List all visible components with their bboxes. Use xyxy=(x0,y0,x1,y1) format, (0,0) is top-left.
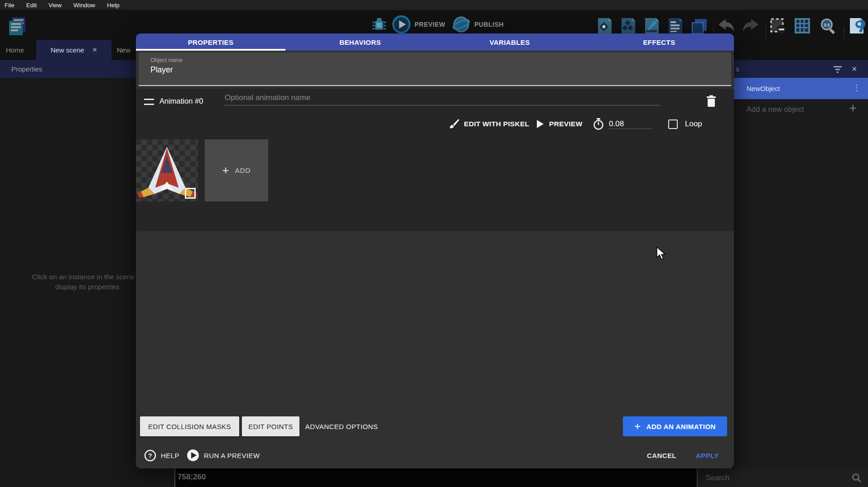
tab-behaviors[interactable]: BEHAVIORS xyxy=(285,33,435,51)
cancel-button[interactable]: CANCEL xyxy=(647,446,676,464)
brush-icon xyxy=(448,118,459,130)
debug-icon[interactable] xyxy=(371,16,388,33)
events-sheet-icon[interactable] xyxy=(667,17,684,34)
play-icon xyxy=(535,119,545,129)
edit-with-piskel-button[interactable]: EDIT WITH PISKEL xyxy=(448,115,529,133)
plus-icon: + xyxy=(222,163,230,177)
add-an-animation-button[interactable]: + ADD AN ANIMATION xyxy=(623,416,727,436)
add-object-plus-icon: + xyxy=(849,100,857,116)
animation-name-input[interactable] xyxy=(225,93,660,105)
edit-collision-masks-button[interactable]: EDIT COLLISION MASKS xyxy=(140,416,239,436)
status-bar: 758;260 xyxy=(174,468,868,487)
active-tab-underline xyxy=(136,49,285,51)
plus-icon: + xyxy=(634,420,641,433)
preview-label: PREVIEW xyxy=(415,21,445,28)
object-name-field[interactable]: Object name xyxy=(139,53,731,86)
object-name-label: Object name xyxy=(150,57,731,63)
help-button[interactable]: ? HELP xyxy=(144,446,179,464)
time-between-frames-input[interactable] xyxy=(609,119,652,129)
statusbar-separator xyxy=(174,468,175,487)
add-object-icon[interactable] xyxy=(596,17,613,34)
svg-text:?: ? xyxy=(148,452,152,459)
objects-panel: s × NewObject ⋮ Add a new object + xyxy=(734,60,868,468)
tab-effects[interactable]: EFFECTS xyxy=(584,33,734,51)
animation-tools-row: EDIT WITH PISKEL PREVIEW xyxy=(136,115,734,133)
loop-toggle[interactable]: Loop xyxy=(668,115,702,133)
tab-close-icon[interactable]: × xyxy=(92,45,97,55)
frame-thumbnail[interactable] xyxy=(136,139,198,201)
publish-label: PUBLISH xyxy=(474,21,504,28)
tab-new-scene[interactable]: New scene × xyxy=(36,40,111,60)
cursor-coordinates: 758;260 xyxy=(178,473,206,482)
animation-header-row: Animation #0 xyxy=(136,93,734,112)
search-bar xyxy=(697,468,868,487)
menu-bar: File Edit View Window Help xyxy=(0,0,868,10)
time-between-frames-field xyxy=(593,115,652,133)
menu-window[interactable]: Window xyxy=(73,2,95,9)
tab-properties[interactable]: PROPERTIES xyxy=(136,33,285,51)
frame-origin-marker[interactable] xyxy=(185,188,196,199)
preview-animation-button[interactable]: PREVIEW xyxy=(535,115,583,133)
frames-strip: + ADD xyxy=(136,139,734,225)
add-object-row[interactable]: Add a new object + xyxy=(734,99,868,119)
undo-icon[interactable] xyxy=(718,17,736,34)
dialog-tab-bar: PROPERTIES BEHAVIORS VARIABLES EFFECTS xyxy=(136,33,734,51)
edit-scene-icon[interactable] xyxy=(643,17,661,34)
scene-settings-icon[interactable] xyxy=(848,17,865,34)
trash-icon xyxy=(706,95,717,108)
animation-section: Animation #0 xyxy=(136,89,734,231)
edit-points-button[interactable]: EDIT POINTS xyxy=(242,416,299,436)
animation-title: Animation #0 xyxy=(159,97,203,105)
animation-name-field xyxy=(225,93,660,105)
toolbar-preview-button[interactable]: PREVIEW xyxy=(392,15,445,33)
dialog-footer: ? HELP RUN A PREVIEW CANCEL APPLY xyxy=(136,443,734,468)
object-row-menu-icon[interactable]: ⋮ xyxy=(853,83,861,93)
tab-variables[interactable]: VARIABLES xyxy=(435,33,584,51)
layers-icon[interactable] xyxy=(690,17,708,34)
project-manager-icon[interactable] xyxy=(6,15,28,37)
app-window: File Edit View Window Help xyxy=(0,0,868,487)
redo-icon[interactable] xyxy=(741,17,759,34)
help-icon: ? xyxy=(144,449,156,462)
svg-text:1:1: 1:1 xyxy=(824,23,829,27)
menu-file[interactable]: File xyxy=(5,2,14,9)
objects-list-icon[interactable] xyxy=(620,17,637,34)
filter-icon[interactable] xyxy=(833,65,843,73)
menu-help[interactable]: Help xyxy=(107,2,120,9)
preview-play-icon xyxy=(392,15,410,33)
publish-planet-icon xyxy=(452,15,470,33)
timer-icon xyxy=(593,118,604,130)
object-name-input[interactable] xyxy=(150,65,694,75)
drag-handle-icon[interactable] xyxy=(144,99,154,105)
zoom-1-1-icon[interactable]: 1:1 xyxy=(819,17,837,35)
advanced-options-button[interactable]: ADVANCED OPTIONS xyxy=(297,416,386,436)
loop-checkbox-icon[interactable] xyxy=(668,119,678,129)
search-input[interactable] xyxy=(698,473,843,482)
search-icon[interactable] xyxy=(852,473,862,483)
object-row-selected[interactable]: NewObject ⋮ xyxy=(734,78,868,99)
grid-icon[interactable] xyxy=(794,17,811,34)
toolbar-publish-button[interactable]: PUBLISH xyxy=(452,15,504,33)
run-a-preview-button[interactable]: RUN A PREVIEW xyxy=(187,446,260,464)
apply-button[interactable]: APPLY xyxy=(696,446,719,464)
object-editor-dialog: PROPERTIES BEHAVIORS VARIABLES EFFECTS O… xyxy=(136,33,734,468)
add-frame-button[interactable]: + ADD xyxy=(205,139,268,201)
run-preview-icon xyxy=(187,449,199,462)
close-panel-icon[interactable]: × xyxy=(852,64,857,74)
menu-view[interactable]: View xyxy=(48,2,62,9)
menu-edit[interactable]: Edit xyxy=(26,2,37,9)
delete-animation-button[interactable] xyxy=(703,93,719,110)
deselect-mask-icon[interactable] xyxy=(769,17,786,34)
tab-home[interactable]: Home xyxy=(0,40,30,60)
objects-panel-header: s × xyxy=(734,60,868,78)
